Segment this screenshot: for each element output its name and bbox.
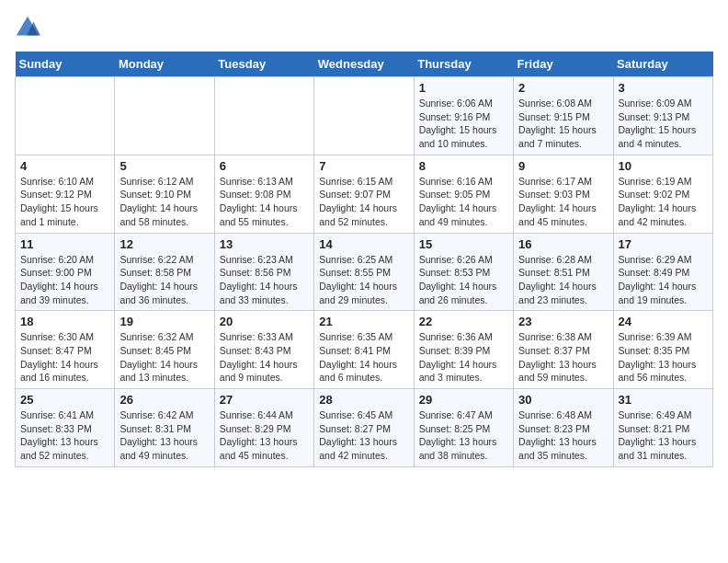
day-number: 23	[518, 315, 608, 328]
calendar-cell: 8Sunrise: 6:16 AMSunset: 9:05 PMDaylight…	[414, 155, 513, 233]
day-number: 31	[619, 393, 708, 407]
day-info: Sunrise: 6:33 AMSunset: 8:43 PMDaylight:…	[220, 330, 309, 385]
day-info: Sunrise: 6:41 AMSunset: 8:33 PMDaylight:…	[20, 408, 109, 463]
calendar-cell: 13Sunrise: 6:23 AMSunset: 8:56 PMDayligh…	[214, 233, 313, 311]
calendar-cell: 12Sunrise: 6:22 AMSunset: 8:58 PMDayligh…	[115, 233, 214, 311]
day-info: Sunrise: 6:09 AMSunset: 9:13 PMDaylight:…	[619, 97, 708, 151]
calendar-cell: 1Sunrise: 6:06 AMSunset: 9:16 PMDaylight…	[414, 77, 513, 155]
day-number: 27	[220, 393, 309, 407]
day-number: 16	[518, 237, 608, 251]
day-info: Sunrise: 6:15 AMSunset: 9:07 PMDaylight:…	[319, 175, 408, 229]
calendar-cell: 22Sunrise: 6:36 AMSunset: 8:39 PMDayligh…	[414, 311, 513, 389]
calendar-cell: 30Sunrise: 6:48 AMSunset: 8:23 PMDayligh…	[514, 389, 613, 467]
day-number: 14	[319, 237, 408, 251]
calendar-header-row: SundayMondayTuesdayWednesdayThursdayFrid…	[16, 52, 713, 77]
calendar-cell: 4Sunrise: 6:10 AMSunset: 9:12 PMDaylight…	[16, 155, 115, 233]
day-info: Sunrise: 6:25 AMSunset: 8:55 PMDaylight:…	[319, 253, 408, 307]
calendar-cell: 27Sunrise: 6:44 AMSunset: 8:29 PMDayligh…	[214, 389, 313, 467]
day-info: Sunrise: 6:17 AMSunset: 9:03 PMDaylight:…	[518, 175, 608, 229]
day-number: 28	[319, 393, 408, 407]
day-info: Sunrise: 6:44 AMSunset: 8:29 PMDaylight:…	[220, 408, 309, 463]
day-number: 9	[518, 159, 608, 173]
logo	[15, 15, 44, 40]
day-info: Sunrise: 6:26 AMSunset: 8:53 PMDaylight:…	[419, 253, 508, 307]
day-info: Sunrise: 6:28 AMSunset: 8:51 PMDaylight:…	[518, 253, 608, 307]
day-info: Sunrise: 6:32 AMSunset: 8:45 PMDaylight:…	[119, 330, 209, 385]
column-header-thursday: Thursday	[414, 52, 513, 77]
calendar-cell: 25Sunrise: 6:41 AMSunset: 8:33 PMDayligh…	[16, 389, 115, 467]
day-number: 13	[220, 237, 309, 251]
day-info: Sunrise: 6:39 AMSunset: 8:35 PMDaylight:…	[619, 330, 708, 385]
day-number: 1	[419, 81, 508, 95]
calendar-cell: 17Sunrise: 6:29 AMSunset: 8:49 PMDayligh…	[613, 233, 712, 311]
day-info: Sunrise: 6:42 AMSunset: 8:31 PMDaylight:…	[119, 408, 209, 463]
calendar-cell: 7Sunrise: 6:15 AMSunset: 9:07 PMDaylight…	[314, 155, 414, 233]
day-number: 8	[419, 159, 508, 173]
day-info: Sunrise: 6:12 AMSunset: 9:10 PMDaylight:…	[119, 175, 209, 229]
day-info: Sunrise: 6:45 AMSunset: 8:27 PMDaylight:…	[319, 408, 408, 463]
calendar-cell: 29Sunrise: 6:47 AMSunset: 8:25 PMDayligh…	[414, 389, 513, 467]
day-number: 21	[319, 315, 408, 328]
column-header-monday: Monday	[115, 52, 214, 77]
calendar-week-row: 25Sunrise: 6:41 AMSunset: 8:33 PMDayligh…	[16, 389, 713, 467]
day-number: 26	[119, 393, 209, 407]
day-info: Sunrise: 6:29 AMSunset: 8:49 PMDaylight:…	[619, 253, 708, 307]
day-number: 18	[20, 315, 109, 328]
calendar-week-row: 11Sunrise: 6:20 AMSunset: 9:00 PMDayligh…	[16, 233, 713, 311]
day-number: 2	[518, 81, 608, 95]
calendar-cell: 16Sunrise: 6:28 AMSunset: 8:51 PMDayligh…	[514, 233, 613, 311]
calendar-cell: 6Sunrise: 6:13 AMSunset: 9:08 PMDaylight…	[214, 155, 313, 233]
day-number: 4	[20, 159, 109, 173]
day-info: Sunrise: 6:38 AMSunset: 8:37 PMDaylight:…	[518, 330, 608, 385]
calendar-cell: 14Sunrise: 6:25 AMSunset: 8:55 PMDayligh…	[314, 233, 414, 311]
calendar-cell: 11Sunrise: 6:20 AMSunset: 9:00 PMDayligh…	[16, 233, 115, 311]
calendar-cell: 31Sunrise: 6:49 AMSunset: 8:21 PMDayligh…	[613, 389, 712, 467]
column-header-wednesday: Wednesday	[314, 52, 414, 77]
day-info: Sunrise: 6:47 AMSunset: 8:25 PMDaylight:…	[419, 408, 508, 463]
calendar-cell	[16, 77, 115, 155]
day-info: Sunrise: 6:30 AMSunset: 8:47 PMDaylight:…	[20, 330, 109, 385]
calendar-cell: 5Sunrise: 6:12 AMSunset: 9:10 PMDaylight…	[115, 155, 214, 233]
day-number: 11	[20, 237, 109, 251]
column-header-saturday: Saturday	[613, 52, 712, 77]
calendar-cell: 3Sunrise: 6:09 AMSunset: 9:13 PMDaylight…	[613, 77, 712, 155]
calendar-table: SundayMondayTuesdayWednesdayThursdayFrid…	[15, 52, 713, 467]
day-info: Sunrise: 6:10 AMSunset: 9:12 PMDaylight:…	[20, 175, 109, 229]
calendar-cell: 19Sunrise: 6:32 AMSunset: 8:45 PMDayligh…	[115, 311, 214, 389]
day-number: 15	[419, 237, 508, 251]
day-number: 10	[619, 159, 708, 173]
calendar-cell: 18Sunrise: 6:30 AMSunset: 8:47 PMDayligh…	[16, 311, 115, 389]
calendar-cell	[115, 77, 214, 155]
calendar-week-row: 18Sunrise: 6:30 AMSunset: 8:47 PMDayligh…	[16, 311, 713, 389]
calendar-week-row: 1Sunrise: 6:06 AMSunset: 9:16 PMDaylight…	[16, 77, 713, 155]
calendar-cell: 21Sunrise: 6:35 AMSunset: 8:41 PMDayligh…	[314, 311, 414, 389]
calendar-cell	[214, 77, 313, 155]
day-number: 17	[619, 237, 708, 251]
calendar-cell: 20Sunrise: 6:33 AMSunset: 8:43 PMDayligh…	[214, 311, 313, 389]
column-header-friday: Friday	[514, 52, 613, 77]
day-info: Sunrise: 6:35 AMSunset: 8:41 PMDaylight:…	[319, 330, 408, 385]
calendar-cell: 10Sunrise: 6:19 AMSunset: 9:02 PMDayligh…	[613, 155, 712, 233]
day-info: Sunrise: 6:49 AMSunset: 8:21 PMDaylight:…	[619, 408, 708, 463]
calendar-cell: 23Sunrise: 6:38 AMSunset: 8:37 PMDayligh…	[514, 311, 613, 389]
calendar-cell: 24Sunrise: 6:39 AMSunset: 8:35 PMDayligh…	[613, 311, 712, 389]
day-info: Sunrise: 6:36 AMSunset: 8:39 PMDaylight:…	[419, 330, 508, 385]
day-info: Sunrise: 6:16 AMSunset: 9:05 PMDaylight:…	[419, 175, 508, 229]
day-number: 19	[119, 315, 209, 328]
day-number: 3	[619, 81, 708, 95]
day-number: 12	[119, 237, 209, 251]
calendar-week-row: 4Sunrise: 6:10 AMSunset: 9:12 PMDaylight…	[16, 155, 713, 233]
column-header-tuesday: Tuesday	[214, 52, 313, 77]
day-number: 20	[220, 315, 309, 328]
day-number: 30	[518, 393, 608, 407]
logo-icon	[15, 15, 40, 40]
day-info: Sunrise: 6:08 AMSunset: 9:15 PMDaylight:…	[518, 97, 608, 151]
calendar-cell	[314, 77, 414, 155]
day-info: Sunrise: 6:06 AMSunset: 9:16 PMDaylight:…	[419, 97, 508, 151]
day-number: 24	[619, 315, 708, 328]
calendar-cell: 2Sunrise: 6:08 AMSunset: 9:15 PMDaylight…	[514, 77, 613, 155]
day-info: Sunrise: 6:23 AMSunset: 8:56 PMDaylight:…	[220, 253, 309, 307]
day-number: 7	[319, 159, 408, 173]
calendar-cell: 28Sunrise: 6:45 AMSunset: 8:27 PMDayligh…	[314, 389, 414, 467]
day-info: Sunrise: 6:19 AMSunset: 9:02 PMDaylight:…	[619, 175, 708, 229]
